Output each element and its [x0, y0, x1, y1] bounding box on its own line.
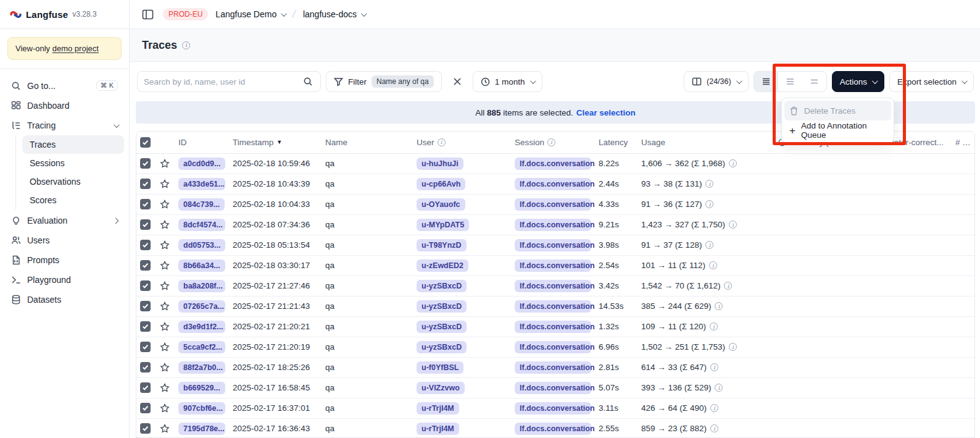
user-badge[interactable]: u-yzSBxcD	[417, 321, 467, 333]
trace-id-badge[interactable]: 07265c7a...	[178, 300, 225, 313]
sidebar-item-tracing[interactable]: Tracing	[5, 116, 124, 135]
search-input[interactable]	[138, 77, 296, 86]
star-icon[interactable]	[160, 220, 171, 230]
column-header-session[interactable]: Sessioni	[511, 132, 595, 153]
user-badge[interactable]: u-cp66Avh	[417, 178, 465, 190]
column-header-id[interactable]: ID	[175, 132, 229, 153]
sidebar-item-playground[interactable]: Playground	[5, 270, 124, 290]
sidebar-item-observations[interactable]: Observations	[22, 172, 124, 191]
user-badge[interactable]: u-T98YnzD	[417, 239, 467, 251]
table-row[interactable]: a0cd0d9... 2025-02-18 10:59:46 qa u-huJh…	[136, 153, 975, 174]
column-header-name[interactable]: Name	[322, 132, 413, 153]
star-icon[interactable]	[160, 179, 171, 189]
select-all-checkbox[interactable]	[140, 137, 151, 148]
user-badge[interactable]: u-MYpDAT5	[417, 219, 469, 231]
table-row[interactable]: a433de51... 2025-02-18 10:43:39 qa u-cp6…	[136, 174, 975, 194]
session-badge[interactable]: lf.docs.conversation...	[515, 259, 591, 272]
user-badge[interactable]: u-huJhuJi	[417, 158, 463, 170]
user-badge[interactable]: u-OYauofc	[417, 198, 465, 211]
session-badge[interactable]: lf.docs.conversation...	[515, 361, 591, 374]
trace-id-badge[interactable]: 084c739...	[178, 198, 225, 211]
actions-button[interactable]: Actions	[832, 71, 884, 92]
trace-id-badge[interactable]: a433de51...	[178, 178, 225, 190]
row-checkbox[interactable]	[140, 362, 151, 373]
session-badge[interactable]: lf.docs.conversation...	[515, 300, 591, 313]
session-badge[interactable]: lf.docs.conversation...	[515, 178, 591, 190]
column-header-user[interactable]: Useri	[413, 132, 511, 153]
table-row[interactable]: b669529... 2025-02-17 16:58:45 qa u-VIZz…	[136, 377, 975, 398]
row-checkbox[interactable]	[140, 199, 151, 209]
star-icon[interactable]	[160, 200, 171, 209]
sidebar-item-datasets[interactable]: Datasets	[5, 290, 124, 310]
columns-button[interactable]: (24/36)	[684, 71, 749, 92]
row-checkbox[interactable]	[140, 382, 151, 393]
table-row[interactable]: 5cca9cf2... 2025-02-17 21:20:19 qa u-yzS…	[136, 337, 975, 357]
column-header-usage[interactable]: Usage	[637, 132, 774, 153]
filter-button[interactable]: Filter Name any of qa	[326, 71, 442, 92]
trace-id-badge[interactable]: 88f2a7b0...	[178, 361, 225, 374]
row-height-large-button[interactable]	[802, 72, 826, 91]
sidebar-item-prompts[interactable]: Prompts	[5, 250, 124, 270]
table-row[interactable]: dd05753... 2025-02-18 05:13:54 qa u-T98Y…	[136, 235, 975, 255]
sidebar-toggle-icon[interactable]	[139, 6, 156, 22]
session-badge[interactable]: lf.docs.conversation...	[515, 321, 591, 333]
user-badge[interactable]: u-rTrjI4M	[417, 423, 459, 435]
row-checkbox[interactable]	[140, 423, 151, 434]
user-badge[interactable]: u-yzSBxcD	[417, 341, 467, 353]
trace-id-badge[interactable]: ba8a208f...	[178, 280, 225, 292]
star-icon[interactable]	[160, 363, 171, 373]
sidebar-item-sessions[interactable]: Sessions	[22, 154, 124, 172]
time-range-button[interactable]: 1 month	[473, 71, 542, 92]
clear-filter-icon[interactable]	[447, 71, 468, 92]
trace-id-badge[interactable]: 8dcf4574...	[178, 219, 225, 231]
session-badge[interactable]: lf.docs.conversation...	[515, 219, 591, 231]
row-checkbox[interactable]	[140, 179, 151, 189]
row-checkbox[interactable]	[140, 403, 151, 413]
breadcrumb-project[interactable]: langfuse-docs	[303, 9, 365, 19]
table-row[interactable]: 88f2a7b0... 2025-02-17 18:25:26 qa u-f0Y…	[136, 357, 975, 377]
session-badge[interactable]: lf.docs.conversation...	[515, 402, 591, 415]
star-icon[interactable]	[160, 424, 171, 434]
star-icon[interactable]	[160, 403, 171, 413]
row-checkbox[interactable]	[140, 158, 151, 169]
user-badge[interactable]: u-VIZzvwo	[417, 382, 465, 394]
trace-id-badge[interactable]: d3e9d1f2...	[178, 321, 225, 333]
trace-id-badge[interactable]: 5cca9cf2...	[178, 341, 225, 353]
menu-item-delete-traces[interactable]: Delete Traces	[784, 101, 891, 120]
row-checkbox[interactable]	[140, 280, 151, 291]
table-row[interactable]: 907cbf6e... 2025-02-17 16:37:01 qa u-rTr…	[136, 398, 975, 418]
star-icon[interactable]	[160, 301, 171, 311]
table-row[interactable]: 07265c7a... 2025-02-17 21:21:43 qa u-yzS…	[136, 296, 975, 316]
sidebar-item-users[interactable]: Users	[5, 230, 124, 250]
table-row[interactable]: 084c739... 2025-02-18 10:04:33 qa u-OYau…	[136, 194, 975, 214]
session-badge[interactable]: lf.docs.conversation...	[515, 341, 591, 353]
sidebar-item-goto[interactable]: Go to... ⌘ K	[5, 75, 124, 96]
table-row[interactable]: d3e9d1f2... 2025-02-17 21:20:21 qa u-yzS…	[136, 316, 975, 337]
session-badge[interactable]: lf.docs.conversation...	[515, 198, 591, 211]
user-badge[interactable]: u-rTrjI4M	[417, 402, 459, 415]
row-checkbox[interactable]	[140, 219, 151, 230]
export-selection-button[interactable]: Export selection	[889, 71, 974, 92]
table-row[interactable]: ba8a208f... 2025-02-17 21:27:46 qa u-yzS…	[136, 276, 975, 296]
star-icon[interactable]	[160, 342, 171, 352]
row-checkbox[interactable]	[140, 301, 151, 311]
star-icon[interactable]	[160, 240, 171, 250]
trace-id-badge[interactable]: a0cd0d9...	[178, 158, 225, 170]
star-icon[interactable]	[160, 159, 171, 169]
session-badge[interactable]: lf.docs.conversation...	[515, 423, 591, 435]
column-header-timestamp[interactable]: Timestamp▼	[229, 132, 322, 153]
row-checkbox[interactable]	[140, 260, 151, 271]
user-badge[interactable]: u-zEwdED2	[417, 259, 468, 272]
sidebar-item-dashboard[interactable]: Dashboard	[5, 96, 124, 116]
user-badge[interactable]: u-yzSBxcD	[417, 280, 467, 292]
table-row[interactable]: 8b66a34... 2025-02-18 03:30:17 qa u-zEwd…	[136, 255, 975, 276]
trace-id-badge[interactable]: 907cbf6e...	[178, 402, 225, 415]
star-icon[interactable]	[160, 383, 171, 393]
session-badge[interactable]: lf.docs.conversation...	[515, 280, 591, 292]
user-badge[interactable]: u-yzSBxcD	[417, 300, 467, 313]
row-height-medium-button[interactable]	[778, 72, 802, 91]
row-height-small-button[interactable]	[754, 72, 778, 91]
breadcrumb-org[interactable]: Langfuse Demo	[215, 9, 285, 19]
table-row[interactable]: 7195d78e... 2025-02-17 16:36:43 qa u-rTr…	[136, 418, 975, 438]
row-checkbox[interactable]	[140, 321, 151, 332]
